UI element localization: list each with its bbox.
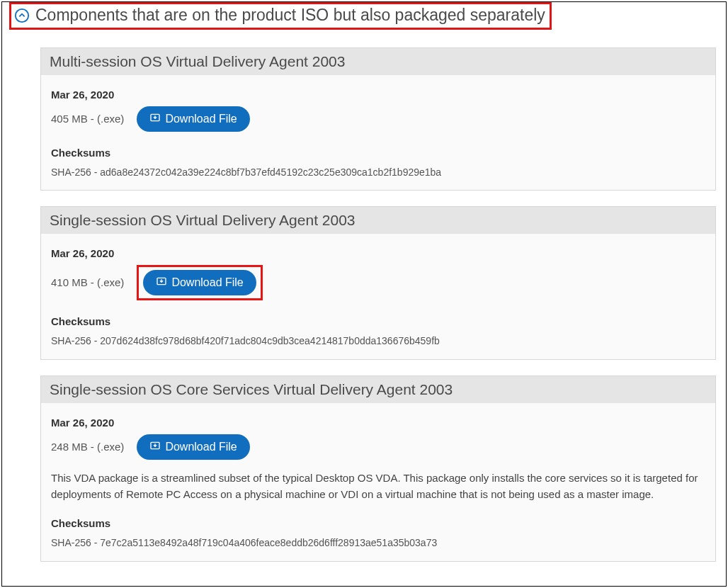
checksum-value: SHA-256 - 7e7c2a5113e8492a48f719c04a406f… — [51, 535, 705, 550]
download-icon — [149, 440, 161, 454]
download-button-highlight: Download File — [137, 265, 262, 300]
release-date: Mar 26, 2020 — [51, 414, 705, 431]
collapse-up-icon — [14, 8, 30, 23]
release-date: Mar 26, 2020 — [51, 86, 705, 103]
file-size-type: 410 MB - (.exe) — [51, 274, 124, 291]
card-title-bar: Multi-session OS Virtual Delivery Agent … — [41, 48, 715, 75]
card-title: Single-session OS Virtual Delivery Agent… — [50, 212, 707, 229]
download-icon — [149, 112, 161, 126]
card-description: This VDA package is a streamlined subset… — [51, 470, 705, 503]
checksums-label: Checksums — [51, 145, 705, 162]
svg-point-0 — [16, 9, 28, 21]
card-title-bar: Single-session OS Core Services Virtual … — [41, 376, 715, 403]
download-card: Multi-session OS Virtual Delivery Agent … — [40, 47, 716, 191]
download-button[interactable]: Download File — [137, 106, 249, 132]
checksum-value: SHA-256 - 207d624d38fc978d68bf420f71adc8… — [51, 333, 705, 349]
download-button-label: Download File — [165, 113, 237, 125]
download-card: Single-session OS Virtual Delivery Agent… — [40, 206, 716, 359]
download-button-label: Download File — [171, 276, 243, 289]
download-card: Single-session OS Core Services Virtual … — [40, 375, 716, 562]
release-date: Mar 26, 2020 — [51, 245, 705, 262]
download-button[interactable]: Download File — [143, 270, 256, 295]
section-header[interactable]: Components that are on the product ISO b… — [14, 6, 545, 25]
checksums-label: Checksums — [51, 515, 705, 532]
file-size-type: 405 MB - (.exe) — [51, 111, 124, 128]
section-title: Components that are on the product ISO b… — [35, 6, 545, 25]
checksum-value: SHA-256 - ad6a8e24372c042a39e224c8bf7b37… — [51, 164, 705, 180]
card-title-bar: Single-session OS Virtual Delivery Agent… — [41, 207, 715, 234]
checksums-label: Checksums — [51, 313, 705, 330]
download-button-label: Download File — [165, 441, 237, 453]
file-size-type: 248 MB - (.exe) — [51, 439, 124, 456]
card-title: Single-session OS Core Services Virtual … — [50, 381, 707, 398]
download-icon — [156, 276, 167, 290]
card-title: Multi-session OS Virtual Delivery Agent … — [50, 53, 707, 70]
download-button[interactable]: Download File — [137, 434, 249, 460]
section-header-highlight: Components that are on the product ISO b… — [9, 2, 552, 30]
